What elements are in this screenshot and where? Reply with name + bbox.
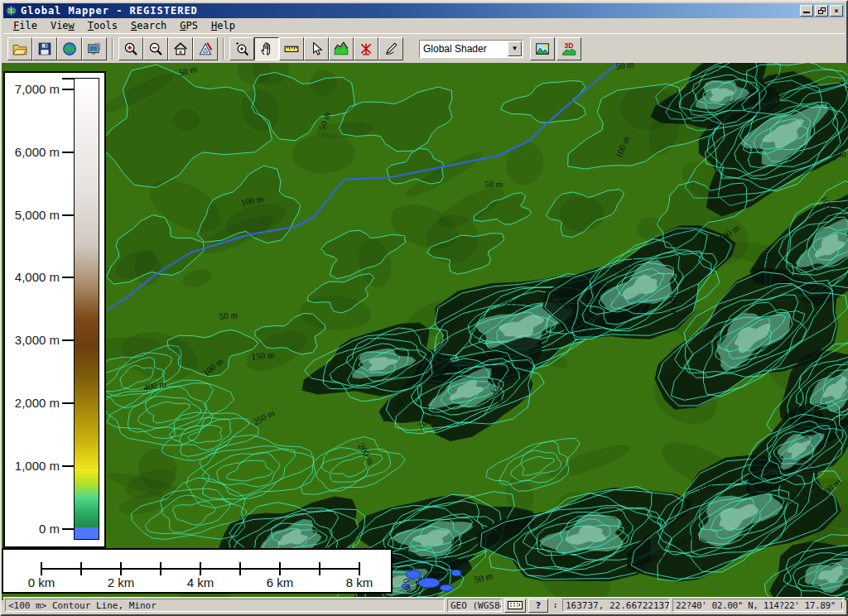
status-bar: <100 m> Contour Line, Minor GEO (WGS84 ?… — [3, 597, 845, 613]
menu-bar: FileViewToolsSearchGPSHelp — [3, 18, 845, 33]
measure-tool-button[interactable] — [279, 37, 304, 60]
path-profile-button[interactable] — [329, 37, 354, 60]
menu-item-search[interactable]: Search — [124, 19, 173, 32]
status-feature-text: <100 m> Contour Line, Minor — [5, 599, 445, 612]
elevation-label: 6,000 m — [8, 145, 60, 159]
cursor-lat-lon: 22?40' 02.00" N, 114?22' 17.89" E — [672, 599, 843, 612]
view-shed-button[interactable] — [354, 37, 378, 60]
ruler-icon — [284, 41, 299, 56]
antenna-icon — [359, 41, 373, 56]
elevation-label: 4,000 m — [8, 270, 60, 284]
globe-icon — [62, 41, 77, 56]
question-mark-icon: ? — [536, 600, 541, 611]
title-bar[interactable]: Global Mapper - REGISTERED × — [3, 3, 845, 18]
configure-button[interactable] — [193, 37, 218, 60]
lake-polygon — [440, 585, 453, 591]
elevation-legend: 7,000 m6,000 m5,000 m4,000 m3,000 m2,000… — [3, 71, 106, 548]
digitizer-pen-button[interactable] — [378, 37, 403, 60]
view-3d-button[interactable]: 3D — [556, 37, 581, 60]
help-button[interactable]: ? — [528, 599, 548, 613]
floppy-disk-icon — [37, 41, 52, 56]
3d-view-icon: 3D — [561, 41, 576, 56]
coordinate-format-spinner[interactable]: ▴ ▾ — [551, 602, 560, 609]
contour-label: 100 m — [668, 292, 680, 316]
keyboard-icon — [508, 600, 523, 610]
full-view-button[interactable] — [168, 37, 193, 60]
distance-scale-bar: 0 km2 km4 km6 km8 km — [2, 548, 393, 594]
scale-tick — [160, 562, 161, 575]
menu-item-file[interactable]: File — [7, 19, 44, 32]
menu-item-help[interactable]: Help — [205, 19, 242, 32]
contour-label: 400 m — [832, 149, 848, 159]
elevation-label: 7,000 m — [8, 82, 60, 96]
scale-tick — [41, 562, 42, 575]
keyboard-shortcuts-button[interactable] — [504, 599, 526, 613]
spinner-down-icon: ▾ — [554, 605, 557, 609]
hand-icon — [259, 41, 274, 56]
legend-tick — [62, 339, 75, 341]
scale-tick — [319, 562, 320, 575]
scale-tick — [200, 562, 201, 575]
zoom-out-icon — [148, 41, 163, 56]
legend-tick — [62, 465, 75, 467]
shader-select-value: Global Shader — [420, 43, 507, 55]
toolbar-group-1 — [5, 37, 109, 60]
magnifier-icon — [234, 41, 249, 56]
minimize-icon — [803, 7, 810, 13]
open-folder-icon — [12, 41, 27, 56]
landscape-image-icon — [535, 41, 550, 56]
save-workspace-button[interactable] — [32, 37, 57, 60]
cursor-coordinates: 163737, 22.66722137 ) — [562, 599, 670, 612]
projection-indicator: GEO (WGS84 — [447, 599, 502, 612]
terrain-map-canvas[interactable]: 50 m100 m50 m50 m50 m100 m50 m150 m100 m… — [2, 63, 848, 600]
scale-tick — [80, 562, 82, 575]
svg-text:3D: 3D — [565, 41, 574, 50]
overlay-control-button[interactable] — [530, 37, 555, 60]
zoom-out-button[interactable] — [143, 37, 168, 60]
world-data-button[interactable] — [57, 37, 82, 60]
toolbar-separator — [223, 38, 224, 60]
screen-export-button[interactable] — [82, 37, 107, 60]
contour-label: 50 m — [219, 310, 238, 321]
open-file-button[interactable] — [7, 37, 32, 60]
lake-polygon — [451, 570, 461, 576]
scale-tick — [120, 562, 122, 575]
pan-tool-button[interactable] — [254, 37, 279, 60]
menu-item-tools[interactable]: Tools — [81, 19, 124, 32]
lake-polygon — [418, 578, 440, 588]
contour-label: 500 m — [499, 296, 523, 306]
elevation-label: 5,000 m — [8, 208, 60, 222]
window-title: Global Mapper - REGISTERED — [21, 5, 198, 17]
zoom-in-icon — [123, 41, 138, 56]
menu-item-view[interactable]: View — [44, 19, 81, 32]
zoom-tool-button[interactable] — [229, 37, 254, 60]
close-button[interactable]: × — [830, 5, 843, 17]
restore-button[interactable] — [815, 5, 828, 17]
monitor-capture-icon — [87, 41, 102, 56]
legend-tick — [62, 152, 75, 153]
set-square-icon — [198, 41, 213, 56]
scale-label: 4 km — [176, 575, 225, 590]
scale-label: 2 km — [96, 575, 146, 590]
map-viewport[interactable]: 50 m100 m50 m50 m50 m100 m50 m150 m100 m… — [2, 63, 848, 600]
legend-tick — [62, 528, 75, 530]
app-globe-icon — [5, 5, 17, 17]
window-controls: × — [800, 5, 843, 17]
elevation-label: 2,000 m — [8, 396, 60, 410]
minimize-button[interactable] — [800, 5, 813, 17]
toolbar-separator — [112, 38, 113, 60]
elevation-label: 3,000 m — [8, 333, 60, 347]
toolbar-view-buttons: 3D — [530, 37, 581, 60]
legend-tick — [62, 402, 75, 404]
zoom-in-button[interactable] — [118, 37, 143, 60]
legend-tick — [62, 78, 75, 79]
toolbar-group-2 — [116, 37, 220, 60]
chevron-down-icon[interactable]: ▼ — [508, 41, 522, 56]
shader-select[interactable]: Global Shader▼ — [419, 40, 523, 58]
legend-tick — [62, 89, 75, 90]
digitizer-pointer-button[interactable] — [304, 37, 329, 60]
scale-tick — [279, 562, 281, 575]
home-icon — [173, 41, 188, 56]
menu-item-gps[interactable]: GPS — [173, 19, 205, 32]
toolbar-group-3 — [227, 37, 406, 60]
